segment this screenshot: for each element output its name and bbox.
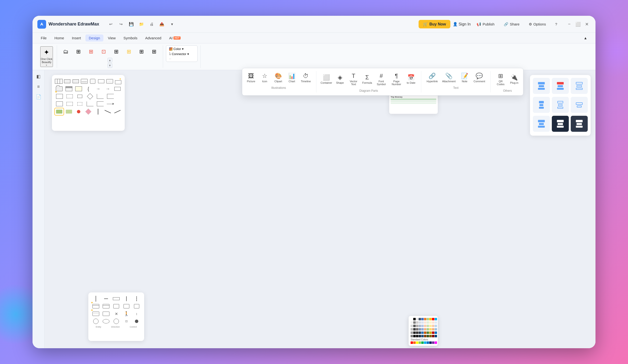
wf-folder5[interactable] — [132, 303, 141, 310]
formula-item[interactable]: Σ Formula — [361, 73, 373, 86]
maximize-button[interactable]: ⬜ — [574, 20, 582, 28]
shape-arrow-right[interactable]: → — [94, 85, 102, 92]
redo-button[interactable]: ↪ — [117, 20, 125, 29]
menu-view[interactable]: View — [104, 34, 119, 42]
scroll-up-btn[interactable]: ▲ — [107, 58, 112, 63]
font-symbol-item[interactable]: # Font Symbol — [375, 71, 388, 87]
color-red-circle[interactable] — [74, 108, 83, 115]
shape-rect4[interactable] — [97, 78, 105, 85]
color-cell[interactable] — [427, 318, 429, 320]
shade-cell[interactable] — [429, 335, 432, 337]
one-click-beautify-button[interactable]: ✦ One ClickBeautify ▾ — [40, 46, 53, 67]
flowchart-thumb-4[interactable] — [533, 97, 550, 113]
wf-bullet[interactable] — [132, 318, 141, 325]
hyperlink-item[interactable]: 🔗 Hyperlink — [425, 71, 439, 84]
shape-slash[interactable] — [113, 108, 122, 115]
shape-database[interactable] — [89, 78, 97, 85]
picture-item[interactable]: 🖼 Picture — [245, 71, 257, 84]
color-cell[interactable] — [424, 318, 426, 320]
collapse-ribbon-button[interactable]: ▲ — [580, 34, 591, 42]
layout-btn-7[interactable]: ⊞ — [136, 48, 147, 56]
shade-cell[interactable] — [435, 331, 437, 334]
menu-home[interactable]: Home — [51, 34, 68, 42]
shape-note-box[interactable] — [74, 85, 83, 92]
menu-file[interactable]: File — [37, 34, 50, 42]
shade-cell[interactable] — [432, 335, 434, 337]
icon-item[interactable]: ☆ Icon — [259, 71, 271, 84]
shape-plain-rect[interactable] — [55, 100, 64, 107]
more-button[interactable]: ▾ — [168, 20, 176, 29]
wf-circle2[interactable] — [112, 318, 121, 325]
qr-codes-item[interactable]: ⊞ QR Codes — [494, 71, 507, 87]
shape-process[interactable]: ··· — [106, 78, 113, 85]
standard-color-cell[interactable] — [427, 341, 429, 344]
scroll-down-btn[interactable]: ▼ — [107, 63, 112, 68]
shade-cell[interactable] — [435, 335, 437, 337]
shade-cell[interactable] — [419, 321, 421, 324]
wf-vert-dotted[interactable] — [132, 295, 141, 302]
color-pink-diamond[interactable] — [84, 108, 93, 115]
help-button[interactable]: ? — [552, 21, 560, 28]
wf-win2[interactable] — [101, 310, 111, 317]
shade-cell[interactable] — [419, 335, 421, 337]
shade-cell[interactable] — [424, 328, 426, 331]
shade-cell[interactable] — [432, 321, 434, 324]
page-number-item[interactable]: ¶ Page Number — [389, 71, 403, 87]
standard-color-cell[interactable] — [424, 341, 426, 344]
shade-cell[interactable] — [432, 328, 434, 331]
shape-table[interactable] — [55, 78, 63, 85]
color-cell[interactable] — [432, 318, 434, 320]
shade-cell[interactable] — [424, 331, 426, 334]
attachment-item[interactable]: 📎 Attachment — [441, 71, 457, 84]
shade-cell[interactable] — [429, 328, 432, 331]
clipart-item[interactable]: 🎨 Clipart — [272, 71, 284, 84]
color-cell[interactable] — [411, 318, 413, 320]
sidebar-shapes-icon[interactable]: ◧ — [34, 72, 43, 81]
color-cell[interactable] — [421, 318, 424, 320]
shape-curly-brace[interactable]: { — [84, 85, 93, 92]
chart-item[interactable]: 📊 Chart — [286, 71, 298, 84]
shade-cell[interactable] — [424, 325, 426, 327]
wf-oval[interactable] — [101, 318, 111, 325]
standard-color-cell[interactable] — [413, 341, 416, 344]
color-cell[interactable] — [429, 318, 432, 320]
flowchart-thumb-2[interactable] — [552, 78, 569, 94]
sidebar-pages-icon[interactable]: 📄 — [34, 92, 43, 101]
shade-cell[interactable] — [416, 328, 418, 331]
shade-cell[interactable] — [416, 331, 418, 334]
standard-color-cell[interactable] — [416, 341, 418, 344]
standard-color-cell[interactable] — [435, 341, 437, 344]
shade-cell[interactable] — [411, 321, 413, 324]
undo-button[interactable]: ↩ — [106, 20, 115, 29]
shape-arrow-line[interactable] — [106, 100, 115, 107]
shape-bracket[interactable] — [106, 93, 115, 100]
layout-btn-5[interactable]: ⊞ — [110, 48, 122, 56]
flowchart-thumb-3[interactable] — [571, 78, 588, 94]
menu-insert[interactable]: Insert — [69, 34, 84, 42]
shade-cell[interactable] — [411, 328, 413, 331]
to-date-item[interactable]: 📅 to Date — [405, 73, 417, 86]
flowchart-thumb-9[interactable] — [571, 116, 588, 132]
shade-cell[interactable] — [435, 325, 437, 327]
shade-cell[interactable] — [421, 321, 424, 324]
shape-small-dashed[interactable] — [75, 100, 84, 107]
publish-button[interactable]: 📢 Publish — [473, 21, 498, 28]
wf-vert-short[interactable] — [122, 295, 131, 302]
shape-dot-top[interactable] — [114, 78, 122, 85]
export-button[interactable]: 📤 — [157, 20, 166, 29]
shade-cell[interactable] — [427, 325, 429, 327]
note-item[interactable]: 📝 Note — [459, 71, 471, 84]
shade-cell[interactable] — [419, 325, 421, 327]
shade-cell[interactable] — [416, 325, 418, 327]
shape-dashed[interactable] — [65, 93, 74, 100]
minimize-button[interactable]: − — [565, 20, 573, 28]
shade-cell[interactable] — [411, 335, 413, 337]
shape-dashed2[interactable] — [65, 100, 74, 107]
sidebar-layers-icon[interactable]: ≡ — [34, 82, 43, 91]
standard-color-cell[interactable] — [411, 341, 413, 344]
shape-rect3[interactable] — [80, 78, 88, 85]
shade-cell[interactable] — [435, 321, 437, 324]
shade-cell[interactable] — [421, 331, 424, 334]
shade-cell[interactable] — [416, 335, 418, 337]
wf-vertical-bar[interactable] — [91, 295, 100, 302]
